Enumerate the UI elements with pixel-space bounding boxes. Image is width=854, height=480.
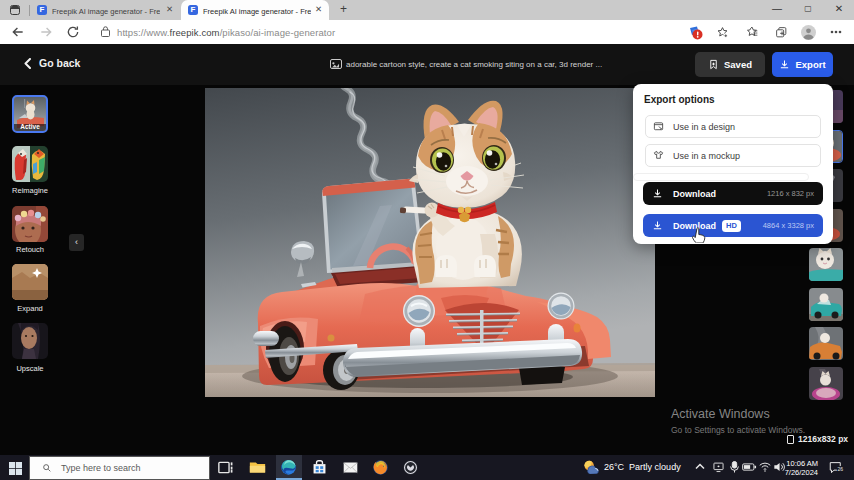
svg-text:26: 26	[837, 466, 843, 472]
